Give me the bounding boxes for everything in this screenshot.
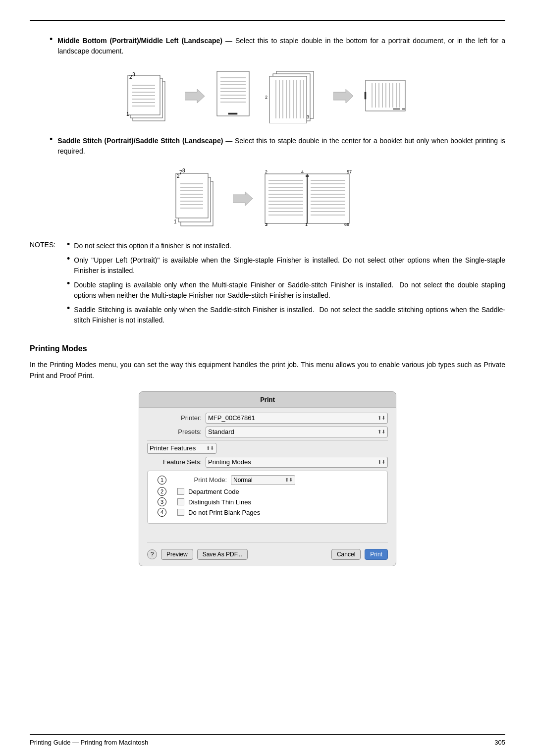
presets-row: Presets: Standard ⬆⬇ <box>139 427 396 437</box>
save-pdf-label: Save As PDF... <box>203 551 242 558</box>
section-body: In the Printing Modes menu, you can set … <box>30 359 505 381</box>
diagram-row-1: 1 2 3 <box>30 66 505 126</box>
svg-text:1: 1 <box>174 219 177 224</box>
distinguish-label: Distinguish Thin Lines <box>188 498 251 506</box>
printer-label: Printer: <box>147 414 202 422</box>
print-button[interactable]: Print <box>365 549 388 560</box>
note-text-4: Saddle Stitching is available only when … <box>74 305 505 325</box>
print-label: Print <box>370 551 382 558</box>
diagram-row-2: 1 2 7 8 <box>30 166 505 231</box>
bullet-section-1: • Middle Bottom (Portrait)/Middle Left (… <box>30 36 505 126</box>
pm-arrows: ⬆⬇ <box>285 477 293 483</box>
note-item-3: • Double stapling is available only when… <box>67 280 505 301</box>
feature-sets-value: Printing Modes <box>208 458 251 466</box>
svg-marker-38 <box>333 89 353 103</box>
printer-features-select[interactable]: Printer Features ⬆⬇ <box>147 443 216 454</box>
print-mode-label: Print Mode: <box>177 476 227 484</box>
diagram-stack-1: 1 2 3 <box>125 66 175 126</box>
svg-rect-49 <box>365 92 366 99</box>
notes-section: NOTES: • Do not select this option if a … <box>30 241 505 329</box>
distinguish-row: 3 Distinguish Thin Lines <box>177 498 382 506</box>
printer-features-row: Printer Features ⬆⬇ <box>139 443 396 454</box>
diagram-arrow-1 <box>185 86 205 106</box>
dialog-bottom: ? Preview Save As PDF... Cancel Print <box>139 545 396 560</box>
diagram-final-1 <box>363 78 410 115</box>
note-text-2: Only "Upper Left (Portrait)" is availabl… <box>74 255 505 276</box>
circle-4: 4 <box>158 508 166 517</box>
fs-arrows: ⬆⬇ <box>377 459 385 465</box>
dept-code-checkbox[interactable] <box>177 488 184 495</box>
presets-value: Standard <box>208 428 234 435</box>
pf-arrows: ⬆⬇ <box>206 445 214 451</box>
print-dialog: Print Printer: MFP_00C67861 ⬆⬇ Presets: … <box>139 391 396 566</box>
presets-select[interactable]: Standard ⬆⬇ <box>206 427 388 437</box>
svg-text:2: 2 <box>265 95 268 100</box>
dept-code-label: Department Code <box>188 488 239 495</box>
bullet-item-2: • Saddle Stitch (Portrait)/Saddle Stitch… <box>50 136 505 157</box>
section-heading: Printing Modes <box>30 344 505 353</box>
svg-text:1: 1 <box>305 222 308 227</box>
svg-marker-67 <box>233 192 253 206</box>
svg-rect-54 <box>176 173 208 218</box>
cancel-button[interactable]: Cancel <box>331 549 361 560</box>
diagram-stack-2: 2 3 <box>264 69 323 123</box>
inner-panel: 1 Print Mode: Normal ⬆⬇ 2 Department Cod… <box>147 471 388 524</box>
printer-select[interactable]: MFP_00C67861 ⬆⬇ <box>206 413 388 424</box>
note-bullet-4: • <box>67 303 70 314</box>
svg-text:1: 1 <box>126 111 129 117</box>
presets-label: Presets: <box>147 428 202 435</box>
separator-2 <box>147 542 388 543</box>
svg-rect-68 <box>265 174 307 223</box>
svg-text:8: 8 <box>347 222 349 227</box>
print-mode-row: 1 Print Mode: Normal ⬆⬇ <box>177 475 382 485</box>
save-pdf-button[interactable]: Save As PDF... <box>197 549 248 560</box>
no-blank-checkbox[interactable] <box>177 509 184 516</box>
svg-text:8: 8 <box>182 168 185 173</box>
circle-3: 3 <box>158 497 166 506</box>
bottom-left: ? Preview Save As PDF... <box>147 549 248 560</box>
feature-sets-select[interactable]: Printing Modes ⬆⬇ <box>206 457 388 468</box>
printer-features-label: Printer Features <box>150 444 196 452</box>
help-button[interactable]: ? <box>147 549 157 559</box>
page-container: • Middle Bottom (Portrait)/Middle Left (… <box>0 0 535 756</box>
no-blank-row: 4 Do not Print Blank Pages <box>177 509 382 516</box>
diagram-arrow-3 <box>233 189 253 209</box>
bottom-right: Cancel Print <box>331 549 388 560</box>
distinguish-checkbox[interactable] <box>177 498 184 505</box>
preview-label: Preview <box>166 551 188 558</box>
bullet-text-2: Saddle Stitch (Portrait)/Saddle Stitch (… <box>57 136 505 157</box>
svg-text:3: 3 <box>307 114 309 119</box>
cancel-label: Cancel <box>337 551 355 558</box>
dialog-title: Print <box>139 392 396 408</box>
printer-value: MFP_00C67861 <box>208 414 255 422</box>
no-blank-label: Do not Print Blank Pages <box>188 509 260 516</box>
printer-arrows: ⬆⬇ <box>377 415 385 421</box>
svg-rect-2 <box>128 75 160 115</box>
preview-button[interactable]: Preview <box>161 549 193 560</box>
svg-text:3: 3 <box>132 72 135 77</box>
notes-items: • Do not select this option if a finishe… <box>67 241 505 329</box>
svg-marker-13 <box>185 89 205 103</box>
feature-sets-row: Feature Sets: Printing Modes ⬆⬇ <box>139 457 396 468</box>
svg-text:7: 7 <box>349 169 352 174</box>
help-icon: ? <box>151 551 154 558</box>
svg-rect-23 <box>228 113 237 114</box>
circle-1: 1 <box>158 476 166 485</box>
svg-text:2: 2 <box>265 169 268 174</box>
print-mode-select[interactable]: Normal ⬆⬇ <box>231 475 295 485</box>
note-item-1: • Do not select this option if a finishe… <box>67 241 505 251</box>
bullet-section-2: • Saddle Stitch (Portrait)/Saddle Stitch… <box>30 136 505 231</box>
diagram-saddle-stack: 1 2 7 8 <box>173 166 223 231</box>
notes-label: NOTES: <box>30 241 67 249</box>
footer-right: 305 <box>494 739 505 746</box>
svg-rect-39 <box>366 80 405 111</box>
diagram-booklet: 2 4 5 7 3 6 3 8 1 <box>263 166 362 231</box>
bullet-dot-1: • <box>50 34 53 45</box>
note-item-4: • Saddle Stitching is available only whe… <box>67 305 505 325</box>
printer-row: Printer: MFP_00C67861 ⬆⬇ <box>139 413 396 424</box>
presets-arrows: ⬆⬇ <box>377 429 385 434</box>
diagram-single-1 <box>214 69 254 123</box>
print-mode-value: Normal <box>233 477 253 484</box>
footer-left: Printing Guide — Printing from Macintosh <box>30 739 148 746</box>
note-item-2: • Only "Upper Left (Portrait)" is availa… <box>67 255 505 276</box>
